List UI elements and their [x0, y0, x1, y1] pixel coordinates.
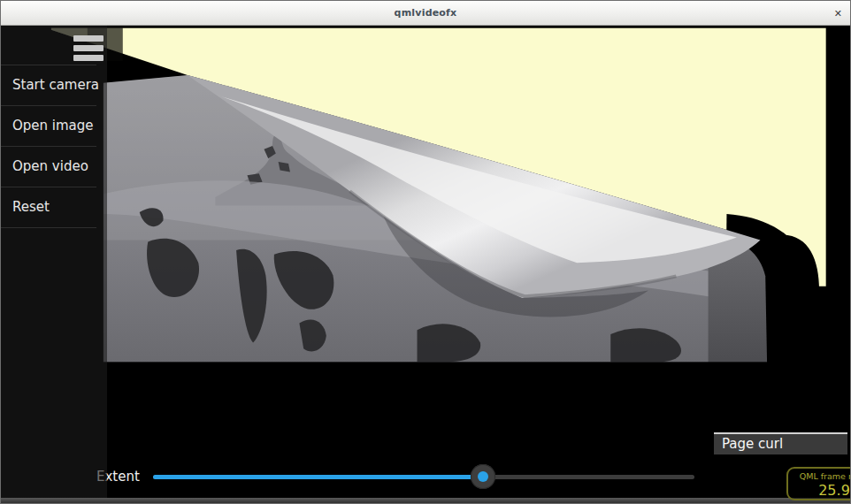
- menu-divider: [1, 227, 96, 228]
- sidebar-menu: Start camera Open image Open video Reset: [1, 65, 96, 228]
- effect-selector-button[interactable]: Page curl: [714, 432, 847, 454]
- sidebar-panel: Start camera Open image Open video Reset: [1, 26, 107, 499]
- sidebar-item-open-image[interactable]: Open image: [1, 105, 96, 146]
- close-icon[interactable]: ✕: [834, 1, 842, 26]
- slider-fill: [153, 475, 483, 479]
- sidebar-item-open-video[interactable]: Open video: [1, 146, 96, 187]
- fps-badge-label: QML frame r...: [794, 471, 851, 481]
- sidebar-item-reset[interactable]: Reset: [1, 187, 96, 227]
- corner-shadow-fill: [812, 286, 829, 367]
- fps-badge-value: 25.95: [794, 482, 851, 499]
- slider-handle[interactable]: [471, 464, 495, 489]
- title-bar: qmlvideofx ✕: [1, 1, 850, 26]
- window-title: qmlvideofx: [395, 7, 457, 19]
- slider-handle-dot: [478, 471, 488, 482]
- fps-badge: QML frame r... 25.95: [786, 467, 851, 500]
- sidebar-item-start-camera[interactable]: Start camera: [1, 65, 96, 105]
- extent-slider[interactable]: [153, 439, 694, 489]
- hamburger-icon[interactable]: [73, 35, 104, 65]
- content-stage: Extent Page curl QML frame r... 25.95 St…: [1, 26, 851, 504]
- app-window: qmlvideofx ✕: [0, 0, 851, 504]
- window-bottom-strip: [1, 498, 851, 504]
